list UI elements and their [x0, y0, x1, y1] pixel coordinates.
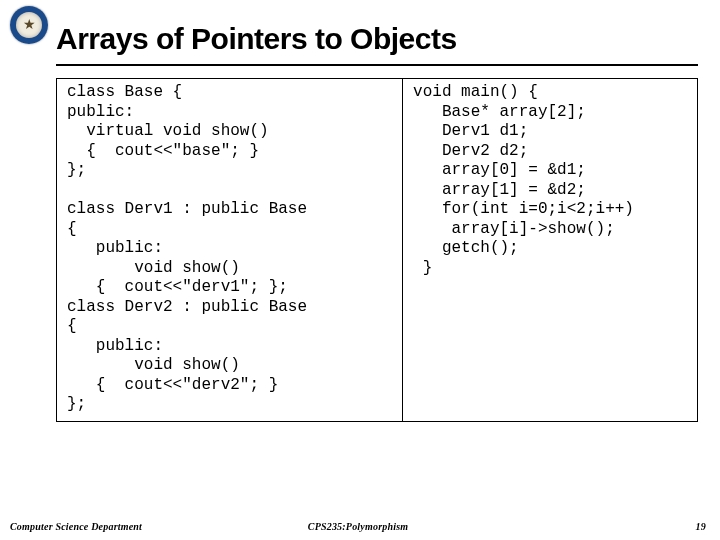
footer-page-number: 19 [696, 521, 706, 532]
code-right-column: void main() { Base* array[2]; Derv1 d1; … [403, 79, 697, 421]
footer-course: CPS235:Polymorphism [308, 521, 408, 532]
title-rule [56, 64, 698, 66]
code-box: class Base { public: virtual void show()… [56, 78, 698, 422]
code-left-column: class Base { public: virtual void show()… [57, 79, 403, 421]
slide-title: Arrays of Pointers to Objects [56, 22, 457, 56]
slide-footer: Computer Science Department CPS235:Polym… [10, 521, 706, 532]
code-columns: class Base { public: virtual void show()… [57, 79, 697, 421]
institution-logo [10, 6, 48, 44]
footer-department: Computer Science Department [10, 521, 142, 532]
